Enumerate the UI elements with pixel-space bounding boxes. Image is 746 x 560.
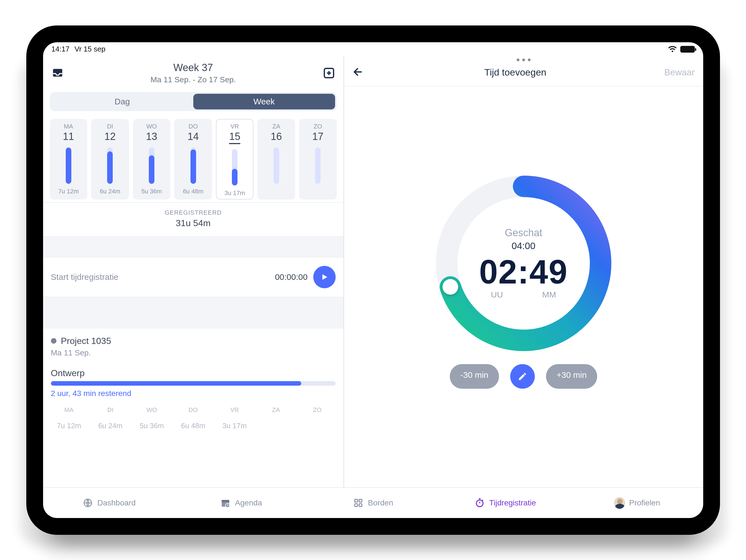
mini-day-column: VR3u 17m [216,407,254,430]
play-button[interactable] [313,266,336,288]
project-week-row: MA7u 12mDI6u 24mWO5u 36mDO6u 48mVR3u 17m… [43,401,343,430]
svg-rect-5 [222,500,229,502]
svg-rect-10 [359,503,362,506]
day-duration [317,188,319,195]
tab-profiles[interactable]: Profielen [571,497,703,508]
mini-day-abbr: ZA [257,407,295,414]
status-bar: 14:17 Vr 15 sep [43,42,703,56]
tab-label: Dashboard [97,498,136,507]
day-column[interactable]: ZA16 [257,119,295,199]
mini-day-abbr: VR [216,407,254,414]
registered-total: GEREGISTREERD 31u 54m [43,202,343,237]
segment-day[interactable]: Dag [52,94,193,109]
time-dial[interactable]: Geschat 04:00 02:49 UU MM [434,174,613,353]
right-title: Tijd toevoegen [367,67,664,78]
day-duration: 3u 17m [224,190,245,197]
calendar-icon [220,497,231,508]
svg-rect-8 [359,499,362,502]
dial-readout: Geschat 04:00 02:49 UU MM [434,174,613,353]
day-column[interactable]: DI126u 24m [91,119,129,199]
minus-30-button[interactable]: -30 min [450,364,499,389]
mini-day-duration: 5u 36m [133,421,171,430]
view-segmented[interactable]: Dag Week [50,92,337,111]
segment-week[interactable]: Week [193,94,335,109]
svg-rect-9 [355,503,358,506]
wifi-icon [668,46,677,53]
svg-rect-7 [355,499,358,502]
day-number: 12 [104,131,116,142]
status-time: 14:17 [52,45,70,53]
inbox-icon[interactable] [50,65,65,81]
day-number: 14 [188,131,199,142]
day-bar [107,147,113,184]
add-button[interactable] [321,65,337,81]
day-duration: 5u 36m [141,188,162,195]
tab-agenda[interactable]: Agenda [175,497,307,508]
progress-bar [51,381,336,386]
save-button[interactable]: Bewaar [664,67,695,78]
edit-button[interactable] [510,364,535,389]
mini-day-abbr: DO [174,407,212,414]
day-bar [315,147,320,184]
day-duration [276,188,277,195]
screen: 14:17 Vr 15 sep Week 37 Ma 11 Sep. - Zo … [43,42,703,518]
battery-icon [680,46,695,53]
project-date: Ma 11 Sep. [51,348,336,357]
week-range: Ma 11 Sep. - Zo 17 Sep. [65,75,321,84]
mini-day-column: DO6u 48m [174,407,212,430]
day-number: 11 [63,131,74,142]
tab-boards[interactable]: Borden [307,497,439,508]
project-color-dot [51,338,57,344]
tab-label: Borden [368,498,393,507]
mini-day-column: MA7u 12m [50,407,88,430]
multitask-handle[interactable] [344,56,703,61]
back-button[interactable] [352,66,367,79]
mini-day-column: DI6u 24m [91,407,130,430]
tab-bar: Dashboard Agenda Borden Tijdregistratie [43,487,703,518]
day-column[interactable]: MA117u 12m [50,119,88,199]
tab-dashboard[interactable]: Dashboard [43,497,175,508]
task-name: Ontwerp [51,368,336,379]
start-time: 00:00:00 [275,272,308,282]
mini-day-column: WO5u 36m [133,407,171,430]
day-column[interactable]: WO135u 36m [133,119,171,199]
day-abbr: MA [64,123,73,130]
mini-day-duration: 7u 12m [50,421,88,430]
day-bar [191,147,196,184]
day-abbr: DI [107,123,113,130]
avatar-icon [614,497,625,508]
project-card[interactable]: Project 1035 Ma 11 Sep. Ontwerp 2 uur, 4… [43,329,343,401]
tab-label: Tijdregistratie [489,498,536,507]
mini-day-abbr: WO [133,407,171,414]
day-number: 17 [312,131,323,142]
plus-30-button[interactable]: +30 min [546,364,598,389]
tab-label: Agenda [235,498,262,507]
mini-day-column: ZO [298,407,337,430]
left-pane: Week 37 Ma 11 Sep. - Zo 17 Sep. Dag Week… [43,56,344,487]
estimate-value: 04:00 [512,241,535,251]
day-duration: 6u 24m [100,188,120,195]
ipad-frame: 14:17 Vr 15 sep Week 37 Ma 11 Sep. - Zo … [26,25,720,535]
time-remaining: 2 uur, 43 min resterend [51,389,336,398]
section-gap [43,237,343,257]
tab-time-tracking[interactable]: Tijdregistratie [439,497,571,508]
day-abbr: DO [189,123,198,130]
day-number: 13 [146,131,157,142]
estimate-label: Geschat [505,227,542,239]
day-number: 16 [271,131,282,142]
registered-label: GEREGISTREERD [43,209,343,216]
day-column[interactable]: ZO17 [299,119,337,199]
mini-day-duration: 6u 48m [174,421,212,430]
day-bar [149,147,154,184]
stopwatch-icon [474,497,485,508]
grid-icon [353,497,364,508]
mini-day-abbr: DI [91,407,130,414]
week-row: MA117u 12mDI126u 24mWO135u 36mDO146u 48m… [43,111,343,202]
day-bar [66,147,71,184]
mini-day-column: ZA [257,407,295,430]
day-abbr: ZO [314,123,322,130]
project-name: Project 1035 [61,336,111,346]
day-column[interactable]: VR153u 17m [216,119,254,199]
tab-label: Profielen [629,498,660,507]
day-column[interactable]: DO146u 48m [174,119,212,199]
